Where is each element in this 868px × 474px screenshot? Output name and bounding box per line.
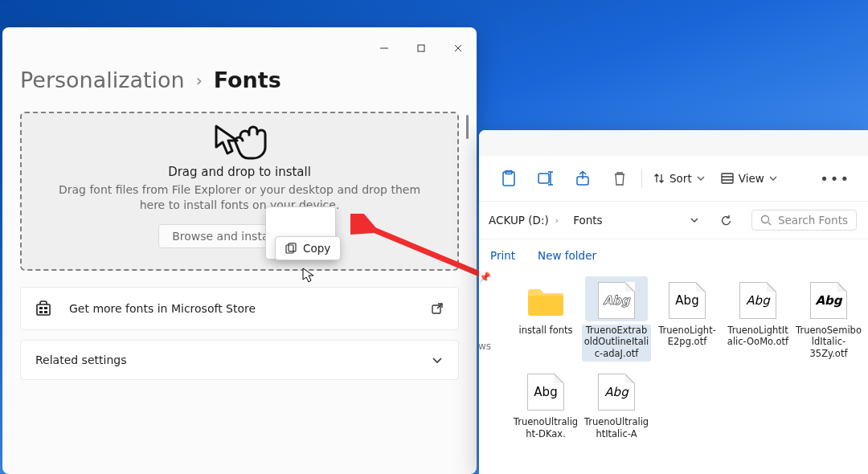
path-segment-folder[interactable]: Fonts xyxy=(570,210,605,230)
drag-drop-cursor-icon xyxy=(211,123,268,160)
font-file-item[interactable]: AbgTruenoExtraboldOutlineItalic-adaJ.otf xyxy=(582,276,651,362)
svg-rect-16 xyxy=(538,174,549,183)
refresh-button[interactable] xyxy=(714,208,739,232)
chevron-right-icon: › xyxy=(555,215,559,226)
cursor-pointer-icon xyxy=(301,267,317,283)
dropzone-subtitle: Drag font files from File Explorer or yo… xyxy=(46,182,433,213)
open-external-icon xyxy=(431,302,444,315)
svg-rect-21 xyxy=(722,174,733,183)
svg-rect-8 xyxy=(44,311,47,313)
breadcrumb-current: Fonts xyxy=(214,67,281,92)
file-name: TruenoSemiboldItalic-35Zy.otf xyxy=(794,325,863,362)
chevron-down-icon xyxy=(697,174,705,182)
font-file-item[interactable]: AbgTruenoSemiboldItalic-35Zy.otf xyxy=(794,276,863,362)
toolbar-separator xyxy=(641,169,642,188)
file-name: TruenoUltralightItalic-A xyxy=(582,416,651,442)
font-thumb-icon: Abg xyxy=(739,282,776,319)
nav-pane-edge: 📌 ws xyxy=(479,272,490,352)
file-name: install fonts xyxy=(518,325,575,338)
font-file-item[interactable]: AbgTruenoUltralight-DKax. xyxy=(511,368,580,442)
font-file-item[interactable]: AbgTruenoUltralightItalic-A xyxy=(582,368,651,442)
drag-copy-label: Copy xyxy=(303,242,330,255)
svg-rect-11 xyxy=(286,245,293,253)
command-linkbar: Print New folder xyxy=(479,239,868,272)
svg-rect-12 xyxy=(289,243,296,251)
svg-line-25 xyxy=(768,223,771,225)
copy-icon xyxy=(285,243,297,254)
file-name: TruenoLight-E2pg.otf xyxy=(653,325,722,350)
paste-button[interactable] xyxy=(490,164,527,193)
maximize-button[interactable] xyxy=(403,35,440,61)
view-button[interactable]: View xyxy=(713,164,785,193)
font-thumb-icon: Abg xyxy=(527,374,564,411)
svg-rect-4 xyxy=(37,304,50,315)
store-icon xyxy=(35,300,51,317)
sort-icon xyxy=(653,173,665,184)
breadcrumb: Personalization › Fonts xyxy=(2,63,477,112)
font-file-item[interactable]: AbgTruenoLightItalic-OoMo.otf xyxy=(723,276,792,362)
chevron-down-icon xyxy=(769,174,777,182)
breadcrumb-parent[interactable]: Personalization xyxy=(20,67,185,92)
chevron-right-icon: › xyxy=(196,71,203,90)
delete-button[interactable] xyxy=(601,164,638,193)
font-file-item[interactable]: AbgTruenoLight-E2pg.otf xyxy=(653,276,722,362)
folder-item[interactable]: install fonts xyxy=(511,276,580,362)
font-thumb-icon: Abg xyxy=(598,282,635,319)
store-card[interactable]: Get more fonts in Microsoft Store xyxy=(20,287,459,330)
sort-label: Sort xyxy=(669,172,692,185)
search-input[interactable]: Search Fonts xyxy=(751,210,857,231)
drag-copy-badge: Copy xyxy=(275,236,341,260)
font-thumb-icon: Abg xyxy=(810,282,847,319)
more-button[interactable]: ••• xyxy=(813,170,857,187)
new-folder-link[interactable]: New folder xyxy=(538,249,596,262)
file-grid: install fontsAbgTruenoExtraboldOutlineIt… xyxy=(479,272,868,442)
chevron-right-icon: ws xyxy=(479,341,491,352)
close-button[interactable] xyxy=(440,35,477,61)
file-name: TruenoExtraboldOutlineItalic-adaJ.otf xyxy=(582,325,651,362)
folder-icon xyxy=(526,284,566,317)
search-placeholder: Search Fonts xyxy=(778,214,848,227)
sort-button[interactable]: Sort xyxy=(645,164,713,193)
share-button[interactable] xyxy=(564,164,601,193)
print-link[interactable]: Print xyxy=(490,249,515,262)
font-thumb-icon: Abg xyxy=(669,282,706,319)
rename-button[interactable] xyxy=(527,164,564,193)
svg-rect-6 xyxy=(44,307,47,309)
settings-window: Personalization › Fonts Drag and drop to… xyxy=(2,27,477,474)
path-segment-drive[interactable]: ACKUP (D:)› xyxy=(485,210,562,230)
svg-point-24 xyxy=(761,216,768,223)
file-explorer-window: Sort View ••• ACKUP (D:)› Fonts Search F… xyxy=(479,130,868,474)
view-icon xyxy=(721,173,734,184)
window-titlebar xyxy=(2,27,477,63)
path-dropdown-button[interactable] xyxy=(682,208,706,232)
svg-rect-7 xyxy=(39,311,43,313)
file-name: TruenoUltralight-DKax. xyxy=(511,416,580,442)
pin-icon: 📌 xyxy=(479,272,491,283)
explorer-titlebar xyxy=(479,130,868,156)
svg-line-10 xyxy=(437,304,442,309)
view-label: View xyxy=(739,172,764,185)
related-settings-card[interactable]: Related settings xyxy=(20,340,459,380)
font-thumb-icon: Abg xyxy=(598,374,635,411)
scrollbar[interactable] xyxy=(466,115,469,139)
related-settings-label: Related settings xyxy=(35,353,431,366)
chevron-down-icon xyxy=(431,353,444,366)
address-bar: ACKUP (D:)› Fonts Search Fonts xyxy=(479,202,868,239)
minimize-button[interactable] xyxy=(366,35,403,61)
store-card-label: Get more fonts in Microsoft Store xyxy=(69,302,431,315)
dropzone-title: Drag and drop to install xyxy=(168,165,311,179)
search-icon xyxy=(760,215,772,226)
file-name: TruenoLightItalic-OoMo.otf xyxy=(723,325,792,350)
svg-rect-1 xyxy=(418,45,424,51)
explorer-toolbar: Sort View ••• xyxy=(479,156,868,202)
font-dropzone[interactable]: Drag and drop to install Drag font files… xyxy=(20,112,459,271)
svg-rect-5 xyxy=(39,307,43,309)
